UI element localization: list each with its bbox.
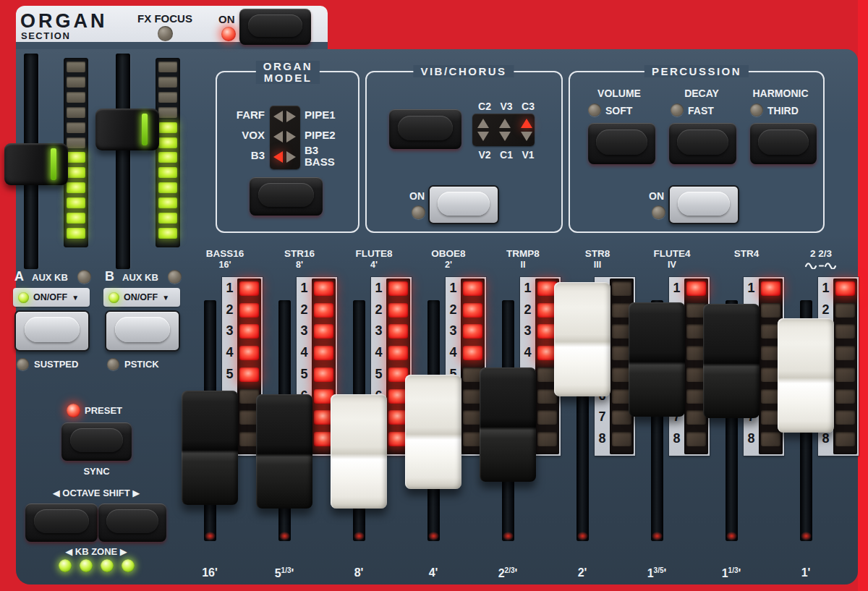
octave-shift-up-button[interactable] xyxy=(98,503,166,542)
drawbar-led xyxy=(537,410,557,425)
percussion-on-led xyxy=(652,205,665,219)
percussion-harmonic-button[interactable] xyxy=(750,123,817,164)
meter-segment xyxy=(67,167,85,178)
up-arrow-led xyxy=(521,119,532,128)
drawbar-handle[interactable] xyxy=(480,367,536,482)
aux-a-onoff-strip[interactable]: ON/OFF ▼ xyxy=(13,288,90,307)
drawbar-scale-number: 8 xyxy=(669,430,684,447)
meter-segment xyxy=(158,182,177,193)
drawbar-handle[interactable] xyxy=(405,375,461,489)
vib-label-c2: C2 xyxy=(475,101,495,112)
meter-segment xyxy=(67,197,85,208)
aux-a-letter: A xyxy=(14,269,24,284)
drawbar-led xyxy=(388,324,408,339)
drawbar-led xyxy=(835,432,855,446)
meter-segment xyxy=(67,61,85,72)
meter-segment xyxy=(158,152,177,163)
drawbar-led xyxy=(239,367,259,382)
drawbar-led xyxy=(463,281,482,296)
meter-segment xyxy=(67,137,85,148)
drawbar-led xyxy=(314,367,333,382)
drawbar-scale-number: 3 xyxy=(520,322,535,339)
organ-model-title: ORGAN MODEL xyxy=(256,61,320,84)
drawbar-scale-number: 8 xyxy=(595,430,610,447)
level-slider-a-handle[interactable] xyxy=(4,143,68,185)
up-arrow-led xyxy=(477,119,489,128)
drawbar-scale-number: 2 xyxy=(222,301,237,318)
drawbar-handle[interactable] xyxy=(256,394,312,509)
drawbar-led xyxy=(835,389,855,404)
organ-on-button[interactable] xyxy=(239,9,311,45)
drawbar-footage-label: 11/3' xyxy=(694,566,769,580)
drawbar-handle[interactable] xyxy=(331,394,387,509)
aux-a-button[interactable] xyxy=(14,310,90,352)
meter-segment xyxy=(67,92,85,103)
meter-segment xyxy=(67,182,85,193)
drawbar-handle[interactable] xyxy=(629,302,685,417)
drawbar-led xyxy=(835,281,855,296)
aux-a-led xyxy=(77,270,91,284)
preset-led xyxy=(67,404,80,417)
model-label-pipe2: PIPE2 xyxy=(305,129,348,141)
preset-label: PRESET xyxy=(85,405,122,416)
sustped-led xyxy=(17,358,29,370)
percussion-fast-label: FAST xyxy=(688,105,714,116)
octave-shift-down-button[interactable] xyxy=(25,503,98,542)
vib-chorus-selector-leds xyxy=(472,114,535,146)
drawbar-led xyxy=(314,281,333,296)
down-arrow-led xyxy=(521,132,532,141)
aux-b-label: AUX KB xyxy=(122,272,158,283)
level-slider-b-handle[interactable] xyxy=(95,109,159,150)
aux-a-onoff-label: ON/OFF xyxy=(33,292,67,302)
meter-segment xyxy=(158,122,177,133)
percussion-volume-button[interactable] xyxy=(588,123,655,164)
drawbar-scale-number: 1 xyxy=(669,279,684,297)
sync-label: SYNC xyxy=(61,466,132,477)
meter-segment xyxy=(158,137,177,148)
vib-label-c3: C3 xyxy=(518,101,538,112)
slider-led-slit xyxy=(142,114,148,145)
kb-zone-leds xyxy=(59,559,153,573)
percussion-third-label: THIRD xyxy=(767,105,799,116)
model-selector-row xyxy=(270,151,300,166)
drawbar-scale-number: 2 xyxy=(520,301,535,318)
drawbar-led xyxy=(239,303,259,318)
kb-zone-label: ◀ KB ZONE ▶ xyxy=(25,546,167,557)
down-arrow-led xyxy=(477,132,489,141)
drawbar-footage-label: 13/5' xyxy=(619,566,694,580)
vib-chorus-select-button[interactable] xyxy=(389,109,461,149)
drawbar-handle[interactable] xyxy=(703,304,760,418)
organ-on-label: ON xyxy=(218,13,235,25)
aux-b-button[interactable] xyxy=(105,310,180,352)
drawbar-led xyxy=(314,303,333,318)
up-arrow-led xyxy=(499,119,511,128)
drawbar-led xyxy=(835,367,855,382)
level-slider-b-groove[interactable] xyxy=(116,54,130,269)
meter-segment xyxy=(67,152,85,163)
meter-segment xyxy=(158,92,177,103)
sync-button[interactable] xyxy=(61,422,132,461)
percussion-decay-button[interactable] xyxy=(669,123,736,164)
aux-a-onoff-led xyxy=(18,292,29,303)
drawbar-handle[interactable] xyxy=(554,282,610,396)
meter-segment xyxy=(67,107,85,118)
slider-led-slit xyxy=(51,148,56,180)
drawbar-led xyxy=(314,346,333,360)
drawbar-handle[interactable] xyxy=(182,391,238,505)
drawbar-scale-number: 4 xyxy=(297,344,312,361)
drawbar-scale-number: 5 xyxy=(297,365,312,383)
drawbar-led xyxy=(686,432,706,446)
aux-b-onoff-strip[interactable]: ON/OFF ▼ xyxy=(103,288,180,307)
drawbar-scale-number: 1 xyxy=(818,279,833,297)
meter-segment xyxy=(158,167,177,178)
organ-model-button[interactable] xyxy=(250,177,323,216)
percussion-on-button[interactable] xyxy=(668,185,739,224)
vib-label-v3: V3 xyxy=(496,101,516,112)
drawbar-handle[interactable] xyxy=(778,318,834,433)
drawbar-led xyxy=(835,346,855,360)
right-arrow-led xyxy=(286,151,296,163)
drawbar-led xyxy=(761,432,780,446)
drawbar-scale-number: 3 xyxy=(222,322,237,339)
meter-segment xyxy=(158,228,177,239)
vib-on-button[interactable] xyxy=(428,185,499,224)
